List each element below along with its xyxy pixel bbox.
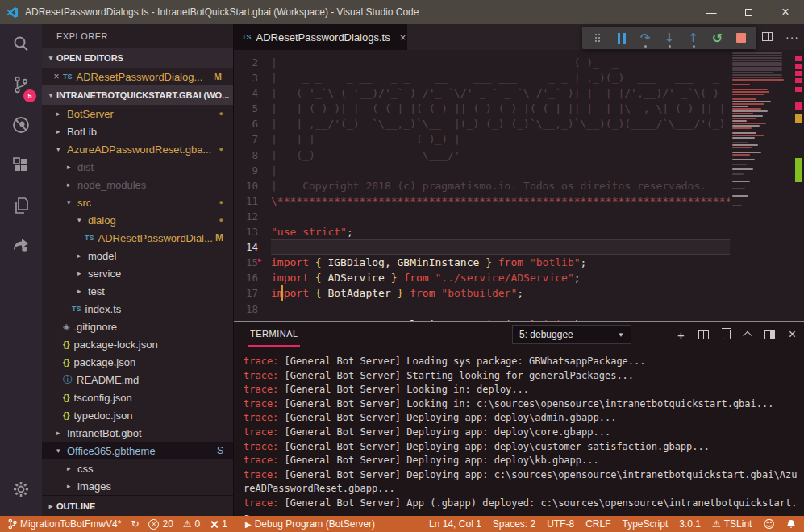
stop-button[interactable] [732,29,750,47]
code-line-17[interactable]: 17import { BotAdapter } from "botbuilder… [234,285,804,301]
code-line-6[interactable]: 6| | ,__/'(_) `\__,_)`\__ |(_) (_) (_)`\… [234,116,804,131]
tree-item-intranetbot-gbot[interactable]: ▸IntranetBot.gbot [42,424,233,442]
code-line-7[interactable]: 7| | | ( )_) | [234,131,804,147]
search-icon[interactable] [0,24,42,64]
files-icon[interactable] [0,185,42,226]
split-terminal-button[interactable] [698,330,709,339]
tree-item-botserver[interactable]: ▸BotServer● [42,105,233,123]
status-encoding[interactable]: UTF-8 [547,518,574,530]
tree-item-office365-gbtheme[interactable]: ▾Office365.gbthemeS [42,442,233,459]
step-over-button[interactable]: ↷ [636,29,654,47]
toggle-panel-position-button[interactable] [764,330,775,339]
maximize-button[interactable] [730,0,767,24]
minimap[interactable] [730,50,793,321]
terminal-select[interactable]: 5: debuggee ▼ [512,325,631,344]
extensions-icon[interactable] [0,145,42,185]
drag-handle[interactable] [589,29,606,47]
smiley-icon: ☺ [763,517,775,530]
minimize-button[interactable]: — [693,0,730,24]
source-control-icon[interactable]: 5 [0,64,42,105]
tree-item-typedoc-json[interactable]: {}typedoc.json [42,406,233,424]
outline-header[interactable]: ▸ OUTLINE [42,495,233,516]
tree-item-service[interactable]: ▸service [42,264,233,282]
share-icon[interactable] [0,226,42,266]
tree-item-label: index.ts [85,303,122,315]
status-version[interactable]: 3.0.1 [679,518,701,530]
tree-item-src[interactable]: ▾src● [42,193,233,211]
line-number: 9 [234,163,271,178]
status-eol[interactable]: CRLF [585,518,610,530]
code-line-8[interactable]: 8| (_) \___/' [234,148,804,163]
debug-icon[interactable] [0,105,42,145]
terminal-output[interactable]: trace: [General Bot Server] Loading sys … [234,347,804,516]
kill-terminal-button[interactable] [723,330,731,339]
code-line-5[interactable]: 5| | (_) )| | ( (_| |( (_) || ( ) ( ) |(… [234,101,804,116]
code-line-13[interactable]: 13"use strict"; [234,224,804,239]
tree-item-css[interactable]: ▸css [42,459,233,477]
close-icon[interactable]: × [400,31,406,44]
status-language-mode[interactable]: TypeScript [623,518,669,530]
workspace-header[interactable]: ▾ INTRANETBOTQUICKSTART.GBAI (WO... [42,85,233,105]
tree-item-model[interactable]: ▸model [42,247,233,264]
status-indentation[interactable]: Spaces: 2 [493,518,535,530]
tree-item-node-modules[interactable]: ▸node_modules [42,176,233,193]
tree-item-package-json[interactable]: {}package.json [42,353,233,371]
status-feedback[interactable]: ☺ [763,517,775,530]
restart-button[interactable]: ↺ [709,29,727,47]
settings-gear-icon[interactable] [0,469,42,509]
overview-ruler[interactable] [793,50,804,321]
step-into-button[interactable]: ↓ [660,29,678,47]
code-line-19[interactable]: 19 const UrlJoin = require("url-join"); [234,317,804,321]
status-cursor-position[interactable]: Ln 14, Col 1 [429,518,481,530]
status-tslint[interactable]: ⚠TSLint [712,518,752,530]
open-editor-item[interactable]: × TS ADResetPasswordDialog... M [42,68,233,85]
code-line-9[interactable]: 9| [234,163,804,178]
tree-item-dist[interactable]: ▸dist [42,158,233,176]
pause-button[interactable] [613,29,631,47]
tree-item-package-lock-json[interactable]: {}package-lock.json [42,335,233,353]
code-editor[interactable]: 2| ( )_ _3| _ _ _ __ _ _ __ ___ ___ _ _ … [234,50,804,321]
code-line-11[interactable]: 11\*************************************… [234,193,804,209]
tree-item-adresetpassworddial-[interactable]: TSADResetPasswordDial...M [42,229,233,247]
tree-item-azureadpasswordreset-gba-[interactable]: ▾AzureADPasswordReset.gba...● [42,140,233,158]
tab-adresetpassworddialogs[interactable]: TS ADResetPasswordDialogs.ts × [234,24,407,50]
status-sync[interactable]: ↻ [131,518,139,530]
open-editors-header[interactable]: ▾ OPEN EDITORS [42,48,233,68]
split-editor-icon[interactable] [762,30,773,44]
status-debug-status[interactable]: ▶Debug Program (BotServer) [245,518,375,530]
code-line-18[interactable]: 18 [234,301,804,317]
line-number: 7 [234,131,271,147]
code-line-16[interactable]: 16import { ADService } from "../service/… [234,270,804,285]
status-errors[interactable]: ×20 [148,518,173,530]
status-tasks[interactable]: 1 [210,518,227,530]
code-line-3[interactable]: 3| _ _ _ __ _ _ __ ___ ___ _ _ | ,_)(_) … [234,70,804,85]
code-line-10[interactable]: 10| Copyright 2018 (c) pragmatismo.io. T… [234,178,804,193]
tree-item-index-ts[interactable]: TSindex.ts [42,300,233,318]
maximize-panel-button[interactable] [744,331,751,338]
chevron-down-icon: ▾ [56,145,67,153]
status-notifications[interactable] [786,519,796,530]
code-line-4[interactable]: 4| ( '_`\ ( '__)/'_` ) /'_ `\/' _ ` _ `\… [234,85,804,101]
tab-terminal[interactable]: TERMINAL [248,322,300,347]
code-line-2[interactable]: 2| ( )_ _ [234,55,804,70]
tree-item-test[interactable]: ▸test [42,282,233,300]
close-panel-button[interactable]: × [789,327,796,342]
code-line-12[interactable]: 12 [234,209,804,224]
tree-item-tsconfig-json[interactable]: {}tsconfig.json [42,389,233,406]
line-number: 2 [234,55,271,70]
tree-item-dialog[interactable]: ▾dialog● [42,211,233,229]
close-icon[interactable]: × [50,71,63,82]
more-actions-icon[interactable]: ··· [785,31,799,44]
code-line-14[interactable]: 14 [234,239,804,255]
close-button[interactable]: × [767,0,804,24]
step-out-button[interactable]: ↑ [685,29,702,47]
tree-item-botlib[interactable]: ▸BotLib [42,123,233,140]
tree-item--gitignore[interactable]: ◈.gitignore [42,318,233,335]
code-line-15[interactable]: 15▶import { IGBDialog, GBMinInstance } f… [234,255,804,270]
status-git-branch[interactable]: MigrationToBotFmwV4* [8,518,121,530]
new-terminal-button[interactable]: + [677,328,685,342]
tree-item-readme-md[interactable]: ⓘREADME.md [42,371,233,389]
debug-marker-icon[interactable]: ▶ [258,252,262,268]
status-warnings[interactable]: ⚠0 [183,518,200,530]
tree-item-images[interactable]: ▸images [42,477,233,495]
